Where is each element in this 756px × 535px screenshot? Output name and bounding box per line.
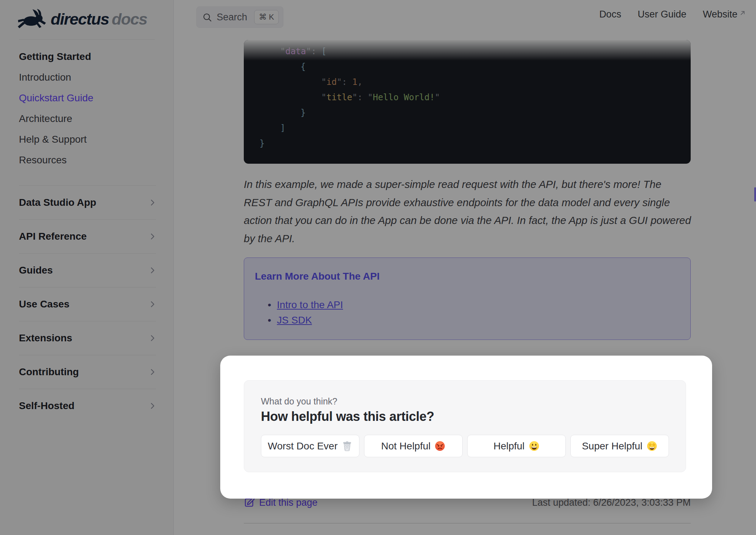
angry-face-emoji-icon bbox=[434, 440, 445, 452]
star-struck-emoji-icon bbox=[646, 440, 657, 452]
feedback-worst-doc-ever-button[interactable]: Worst Doc Ever bbox=[261, 435, 359, 457]
feedback-not-helpful-button[interactable]: Not Helpful bbox=[364, 435, 463, 457]
wastebasket-emoji-icon bbox=[342, 440, 353, 452]
page: directusdocs Getting Started Introductio… bbox=[0, 0, 756, 535]
feedback-option-label: Super Helpful bbox=[582, 440, 642, 452]
grinning-face-emoji-icon bbox=[529, 440, 540, 452]
feedback-option-label: Worst Doc Ever bbox=[268, 440, 338, 452]
feedback-option-label: Helpful bbox=[493, 440, 524, 452]
feedback-super-helpful-button[interactable]: Super Helpful bbox=[570, 435, 669, 457]
feedback-options: Worst Doc Ever Not Helpful bbox=[261, 435, 669, 457]
feedback-option-label: Not Helpful bbox=[381, 440, 431, 452]
feedback-helpful-button[interactable]: Helpful bbox=[467, 435, 566, 457]
feedback-kicker: What do you think? bbox=[261, 396, 337, 407]
feedback-card: What do you think? How helpful was this … bbox=[244, 380, 686, 472]
feedback-spotlight: What do you think? How helpful was this … bbox=[220, 356, 712, 499]
feedback-question: How helpful was this article? bbox=[261, 409, 434, 424]
